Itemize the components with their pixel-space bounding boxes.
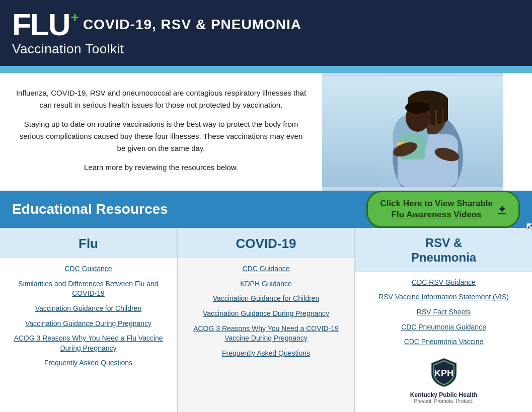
covid-link-cdc-guidance[interactable]: CDC Guidance [183,264,349,274]
flu-link-similarities[interactable]: Similarities and Differences Between Flu… [5,279,172,299]
flu-link-faq[interactable]: Frequently Asked Questions [5,358,172,368]
covid-link-pregnancy[interactable]: Vaccination Guidance During Pregnancy [183,309,349,319]
rsv-link-cdc-rsv[interactable]: CDC RSV Guidance [360,278,527,288]
covid-column: COVID-19 CDC Guidance KDPH Guidance Vacc… [178,228,355,412]
edu-resources-bar: Educational Resources Click Here to View… [0,191,532,228]
svg-point-14 [405,102,430,114]
svg-rect-8 [430,93,435,125]
flu-line: FLU + COVID-19, RSV & PNEUMONIA [12,9,301,40]
hero-paragraph-2: Staying up to date on routine vaccinatio… [15,118,307,154]
video-button[interactable]: Click Here to View Sharable Flu Awarenes… [366,191,520,228]
flu-link-children[interactable]: Vaccination Guidance for Children [5,304,172,314]
video-button-text: Click Here to View Sharable Flu Awarenes… [380,198,493,220]
covid-link-acog[interactable]: ACOG 3 Reasons Why You Need a COVID-19 V… [183,324,349,344]
flu-link-cdc-guidance[interactable]: CDC Guidance [5,264,172,274]
covid-link-kdph[interactable]: KDPH Guidance [183,279,349,289]
hero-image [322,73,503,191]
header: FLU + COVID-19, RSV & PNEUMONIA Vaccinat… [0,0,532,66]
rsv-column-header: RSV &Pneumonia [355,228,532,272]
thin-blue-bar [0,66,532,73]
kph-logo: KPH Kentucky Public Health Prevent. Prom… [360,357,527,404]
kph-shield-svg: KPH [430,357,458,387]
svg-rect-9 [437,94,442,124]
sparkle-icon: ✦ [498,203,506,216]
hero-photo-svg [322,76,503,187]
hero-section: Influenza, COVID-19, RSV and pneumococca… [0,73,532,191]
kph-name: Kentucky Public Health [360,391,527,398]
cursor-icon: ↖ [524,218,532,237]
plus-icon: + [71,11,79,25]
covid-column-header: COVID-19 [178,228,354,258]
svg-rect-10 [443,97,448,122]
hero-text: Influenza, COVID-19, RSV and pneumococca… [0,73,322,191]
hero-paragraph-1: Influenza, COVID-19, RSV and pneumococca… [15,87,307,111]
rsv-link-pneumonia-vaccine[interactable]: CDC Pneumonia Vaccine [360,337,527,347]
resources-columns: Flu CDC Guidance Similarities and Differ… [0,228,532,412]
flu-column-header: Flu [0,228,177,258]
rsv-column: RSV &Pneumonia CDC RSV Guidance RSV Vacc… [355,228,532,412]
flu-link-pregnancy[interactable]: Vaccination Guidance During Pregnancy [5,319,172,329]
hero-paragraph-3: Learn more by reviewing the resources be… [15,161,307,174]
flu-label: FLU [12,9,70,40]
covid-label: COVID-19, RSV & PNEUMONIA [83,17,301,33]
covid-link-faq[interactable]: Frequently Asked Questions [183,349,349,359]
flu-link-acog[interactable]: ACOG 3 Reasons Why You Need a Flu Vaccin… [5,334,172,353]
rsv-link-fact-sheets[interactable]: RSV Fact Sheets [360,307,527,317]
covid-link-children[interactable]: Vaccination Guidance for Children [183,294,349,304]
flu-column: Flu CDC Guidance Similarities and Differ… [0,228,178,412]
rsv-link-vis[interactable]: RSV Vaccine Information Statement (VIS) [360,292,527,302]
svg-text:KPH: KPH [434,368,453,378]
rsv-link-pneumonia-guidance[interactable]: CDC Pneumonia Guidance [360,322,527,333]
edu-resources-title: Educational Resources [12,201,168,217]
kph-tagline: Prevent. Promote. Protect. [360,398,527,404]
header-title: FLU + COVID-19, RSV & PNEUMONIA Vaccinat… [12,9,301,57]
toolkit-label: Vaccination Toolkit [12,41,301,57]
